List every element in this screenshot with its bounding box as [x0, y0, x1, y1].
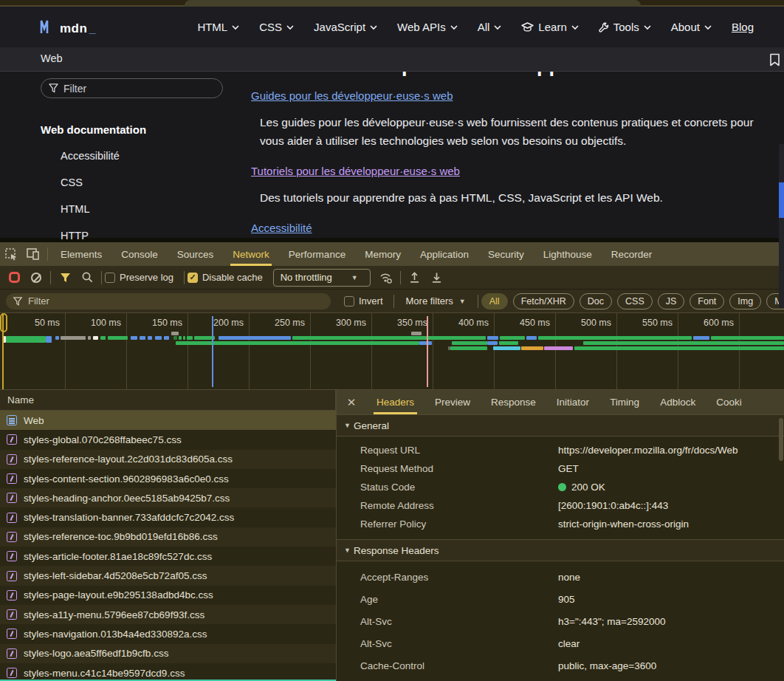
nav-item-label: CSS — [259, 21, 282, 33]
content-link[interactable]: Tutoriels pour les développeur·euse·s we… — [251, 165, 460, 177]
section-title: General — [354, 420, 389, 431]
site-nav: HTMLCSSJavaScriptWeb APIsAllLearnToolsAb… — [197, 21, 754, 33]
toolbar-divider — [50, 271, 51, 284]
overview-window-grip[interactable] — [0, 313, 7, 332]
request-row[interactable]: styles-a11y-menu.5796ee87cb69f93f.css — [0, 605, 336, 624]
network-filter-input-wrap[interactable] — [6, 293, 331, 309]
clear-network-log-icon[interactable] — [25, 269, 47, 287]
mdn-logo[interactable]: mdn _ — [40, 18, 96, 36]
record-network-log-icon[interactable] — [3, 269, 25, 287]
nav-item-blog[interactable]: Blog — [732, 21, 754, 33]
device-toolbar-icon[interactable] — [22, 245, 44, 263]
chip-js[interactable]: JS — [658, 293, 685, 309]
throttling-select[interactable]: No throttling ▼ — [273, 269, 371, 287]
request-row[interactable]: styles-heading-anchor.0eec5185ab9425b7.c… — [0, 488, 336, 507]
chevron-down-icon — [644, 25, 651, 30]
filter-toggle-icon[interactable] — [54, 269, 76, 287]
details-tab-timing[interactable]: Timing — [599, 390, 650, 414]
request-name: styles-left-sidebar.4d5208e5cb72af05.css — [24, 570, 207, 581]
inspect-element-icon[interactable] — [0, 245, 22, 263]
waterfall-bar — [452, 341, 487, 345]
sidebar-item-html[interactable]: HTML — [61, 203, 120, 230]
tab-lighthouse[interactable]: Lighthouse — [534, 242, 602, 266]
tab-recorder[interactable]: Recorder — [602, 242, 662, 266]
details-tab-preview[interactable]: Preview — [424, 390, 481, 414]
tab-performance[interactable]: Performance — [279, 242, 355, 266]
network-overview-timeline[interactable]: 50 ms100 ms150 ms200 ms250 ms300 ms350 m… — [0, 313, 784, 390]
tab-console[interactable]: Console — [111, 242, 168, 266]
sidebar-filter-input[interactable] — [63, 83, 215, 95]
invert-label: Invert — [359, 295, 383, 307]
domcontentloaded-marker — [212, 316, 213, 387]
details-tab-cooki[interactable]: Cooki — [706, 390, 752, 414]
chip-doc[interactable]: Doc — [580, 293, 612, 309]
request-row[interactable]: styles-menu.c41c14be9597dcd9.css — [0, 663, 336, 681]
request-rows: Webstyles-global.070c268ffabeec75.csssty… — [0, 411, 336, 681]
nav-item-learn[interactable]: Learn — [521, 21, 578, 33]
tab-security[interactable]: Security — [478, 242, 534, 266]
sidebar-item-accessibilité[interactable]: Accessibilité — [61, 150, 120, 177]
page-scrollbar-track[interactable] — [779, 144, 784, 308]
page-scrollbar-thumb[interactable] — [779, 182, 784, 218]
chip-fetch-xhr[interactable]: Fetch/XHR — [513, 293, 574, 309]
request-row[interactable]: styles-global.070c268ffabeec75.css — [0, 430, 336, 449]
request-row[interactable]: styles-left-sidebar.4d5208e5cb72af05.css — [0, 566, 336, 585]
network-conditions-icon[interactable] — [375, 269, 397, 287]
chip-all[interactable]: All — [481, 293, 508, 309]
nav-item-web-apis[interactable]: Web APIs — [397, 21, 458, 33]
tab-memory[interactable]: Memory — [355, 242, 410, 266]
request-row[interactable]: styles-reference-toc.9b9bd019efd16b86.cs… — [0, 527, 336, 547]
more-filters-dropdown[interactable]: More filters ▼ — [406, 295, 466, 307]
request-row[interactable]: styles-reference-layout.2c2d031dc83d605a… — [0, 450, 336, 469]
invert-checkbox[interactable] — [344, 296, 354, 307]
content-link[interactable]: Accessibilité — [251, 222, 312, 234]
search-icon[interactable] — [76, 269, 98, 287]
site-header: mdn _ HTMLCSSJavaScriptWeb APIsAllLearnT… — [0, 7, 784, 47]
name-column-header[interactable]: Name — [0, 390, 336, 411]
chip-img[interactable]: Img — [729, 293, 761, 309]
content-link[interactable]: Guides pour les développeur·euse·s web — [251, 89, 453, 102]
disable-cache-checkbox[interactable]: ✓ — [188, 273, 198, 283]
request-row[interactable]: styles-navigation.013b4a4ed330892a.css — [0, 624, 336, 643]
nav-item-all[interactable]: All — [478, 21, 502, 33]
preserve-log-checkbox[interactable] — [105, 273, 115, 283]
details-tab-response[interactable]: Response — [481, 390, 546, 414]
import-har-icon[interactable] — [404, 269, 426, 287]
export-har-icon[interactable] — [426, 269, 448, 287]
nav-item-css[interactable]: CSS — [259, 21, 294, 33]
sidebar-filter[interactable] — [41, 78, 223, 98]
section-header-general[interactable]: ▼General — [337, 414, 784, 437]
network-filter-input[interactable] — [28, 295, 323, 307]
active-browser-tab[interactable] — [185, 0, 641, 7]
close-icon[interactable]: ✕ — [337, 396, 366, 409]
tab-application[interactable]: Application — [410, 242, 478, 266]
details-tab-headers[interactable]: Headers — [366, 390, 424, 414]
tab-network[interactable]: Network — [223, 242, 279, 266]
bookmark-icon[interactable] — [769, 53, 780, 69]
css-file-icon — [7, 629, 17, 639]
css-file-icon — [7, 551, 17, 561]
nav-item-javascript[interactable]: JavaScript — [314, 21, 377, 33]
request-row[interactable]: styles-page-layout.e9b295138adbd4bc.css — [0, 586, 336, 605]
sidebar-item-http[interactable]: HTTP — [61, 230, 120, 256]
request-row[interactable]: styles-logo.aea5ff6edf1b9cfb.css — [0, 644, 336, 663]
request-row[interactable]: Web — [0, 411, 336, 430]
nav-item-html[interactable]: HTML — [197, 21, 239, 33]
details-tab-initiator[interactable]: Initiator — [546, 390, 599, 414]
header-row: Accept-Rangesnone — [337, 566, 784, 588]
chip-css[interactable]: CSS — [617, 293, 653, 309]
request-row[interactable]: styles-article-footer.81ae18c89fc527dc.c… — [0, 547, 336, 566]
request-type-chips: AllFetch/XHRDocCSSJSFontImgM — [481, 293, 784, 309]
sidebar-item-css[interactable]: CSS — [61, 177, 120, 203]
details-tab-adblock[interactable]: Adblock — [650, 390, 706, 414]
tab-sources[interactable]: Sources — [168, 242, 224, 266]
timeline-tick-label: 400 ms — [458, 318, 489, 328]
section-header-response-headers[interactable]: ▼Response Headers — [337, 539, 784, 561]
nav-item-tools[interactable]: Tools — [599, 21, 651, 33]
nav-item-about[interactable]: About — [671, 21, 712, 33]
breadcrumb[interactable]: Web — [41, 52, 63, 64]
request-row[interactable]: styles-content-section.9602896983a6c0e0.… — [0, 469, 336, 488]
details-scrollbar-thumb[interactable] — [779, 418, 783, 461]
request-row[interactable]: styles-translation-banner.733afddcfc7c20… — [0, 507, 336, 527]
chip-font[interactable]: Font — [690, 293, 724, 309]
